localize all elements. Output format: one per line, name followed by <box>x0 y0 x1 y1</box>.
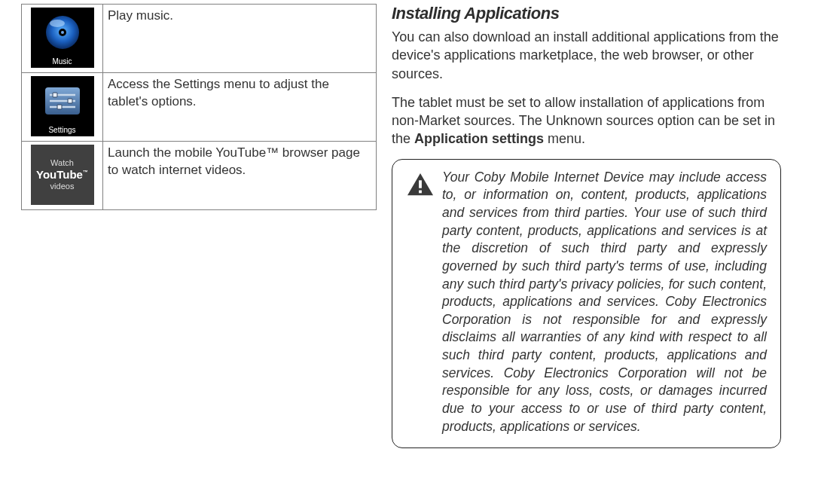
table-row: Music Play music. <box>22 5 377 73</box>
svg-rect-8 <box>53 93 57 97</box>
svg-rect-12 <box>419 190 422 193</box>
music-desc: Play music. <box>103 5 377 73</box>
svg-rect-11 <box>419 180 422 188</box>
settings-icon: Settings <box>31 76 94 136</box>
notice-text: Your Coby Mobile Internet Device may inc… <box>442 169 767 435</box>
table-row: Watch YouTube™ videos Launch the mobile … <box>22 142 377 210</box>
youtube-icon-cell: Watch YouTube™ videos <box>22 142 103 210</box>
music-icon-cell: Music <box>22 5 103 73</box>
yt-line2: YouTube <box>36 168 83 181</box>
settings-icon-label: Settings <box>48 126 75 134</box>
warning-icon <box>406 172 435 197</box>
right-column: Installing Applications You can also dow… <box>384 0 802 504</box>
svg-point-1 <box>50 20 65 27</box>
app-table: Music Play music. <box>21 4 377 210</box>
para2: The tablet must be set to allow installa… <box>392 93 781 148</box>
svg-point-3 <box>61 31 64 34</box>
notice-box: Your Coby Mobile Internet Device may inc… <box>392 159 781 448</box>
table-row: Settings Access the Settings menu to adj… <box>22 73 377 142</box>
music-icon-label: Music <box>52 57 72 66</box>
youtube-desc: Launch the mobile YouTube™ browser page … <box>103 142 377 210</box>
yt-line1: Watch <box>36 158 88 168</box>
section-title: Installing Applications <box>392 4 781 23</box>
music-icon: Music <box>31 8 94 68</box>
youtube-icon: Watch YouTube™ videos <box>31 145 94 205</box>
svg-rect-10 <box>57 105 62 109</box>
settings-icon-cell: Settings <box>22 73 103 142</box>
yt-line3: videos <box>36 182 88 191</box>
settings-desc: Access the Settings menu to adjust the t… <box>103 73 377 142</box>
para1: You can also download an install additio… <box>392 28 781 83</box>
left-column: Music Play music. <box>0 0 384 504</box>
svg-rect-9 <box>68 99 72 103</box>
